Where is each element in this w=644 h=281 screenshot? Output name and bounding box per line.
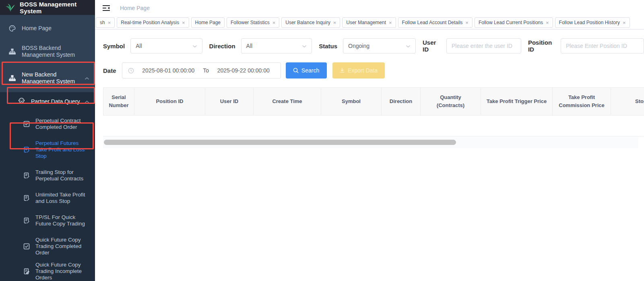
close-icon[interactable]: × xyxy=(623,20,626,25)
table-empty-body xyxy=(103,116,644,136)
partner-data-query-submenu: Partner Data Query Perpetual Contract Co… xyxy=(0,92,95,281)
breadcrumb: Home Page xyxy=(120,5,150,11)
column-header: Stop xyxy=(611,87,644,116)
column-header: Quantity (Contracts) xyxy=(421,87,481,116)
leaf-logo-icon xyxy=(5,3,16,12)
chevron-down-icon xyxy=(192,43,197,49)
date-separator: To xyxy=(203,67,209,74)
sidebar-item-perpetual-contract-completed-order[interactable]: Perpetual Contract Completed Order xyxy=(0,115,95,133)
close-icon[interactable]: × xyxy=(465,20,469,25)
tab-user-balance-inquiry[interactable]: User Balance Inquiry × xyxy=(281,17,340,28)
sidebar-item-label: TP/SL For Quick Future Copy Trading xyxy=(35,214,88,227)
tab-follower-statistics[interactable]: Follower Statistics × xyxy=(227,17,279,28)
position-id-label: Position ID xyxy=(528,39,555,53)
filter-row-1: Symbol All Direction All Status Ongoing xyxy=(103,38,644,54)
column-header: Serial Number xyxy=(103,87,134,116)
sidebar-item-label: Perpetual Futures Take Profit and Loss S… xyxy=(35,140,88,159)
app-title: BOSS Management System xyxy=(20,1,95,14)
main-content: Home Page sh × Real-time Position Analys… xyxy=(95,0,644,281)
sidebar-item-tpsl-quick-future-copy[interactable]: TP/SL For Quick Future Copy Trading xyxy=(0,211,95,230)
horizontal-scrollbar xyxy=(103,136,638,148)
date-label: Date xyxy=(103,67,116,74)
column-header: Direction xyxy=(382,87,421,116)
sidebar-item-new-backend[interactable]: New Backend Management System xyxy=(0,68,95,88)
chevron-down-icon xyxy=(406,43,411,49)
sidebar-item-label: Home Page xyxy=(22,25,83,32)
document-edit-icon xyxy=(23,172,30,179)
sidebar-item-boss-backend[interactable]: BOSS Backend Management System xyxy=(0,41,95,62)
tab-follow-lead-account-details[interactable]: Follow Lead Account Details × xyxy=(398,17,473,28)
user-id-label: User ID xyxy=(423,39,441,53)
column-header: User ID xyxy=(205,87,254,116)
clock-icon xyxy=(128,68,134,74)
sidebar-item-perpetual-futures-tpsl[interactable]: Perpetual Futures Take Profit and Loss S… xyxy=(0,137,95,162)
direction-select[interactable]: All xyxy=(241,38,312,54)
tab-truncated[interactable]: sh × xyxy=(96,17,115,28)
column-header: Create Time xyxy=(254,87,321,116)
user-id-input[interactable] xyxy=(446,38,521,54)
close-icon[interactable]: × xyxy=(333,20,336,25)
status-select[interactable]: Ongoing xyxy=(343,38,416,54)
sitemap-icon xyxy=(9,74,16,82)
position-id-input[interactable] xyxy=(561,38,644,54)
logo-bar: BOSS Management System xyxy=(0,0,95,15)
scrollbar-thumb[interactable] xyxy=(104,140,456,145)
search-icon xyxy=(293,68,299,73)
sidebar-item-unlimited-tpsl[interactable]: Unlimited Take Profit and Loss Stop xyxy=(0,189,95,207)
document-edit-icon xyxy=(23,217,30,224)
column-header: Take Profit Commission Price xyxy=(553,87,611,116)
status-label: Status xyxy=(319,43,337,50)
tab-follow-lead-position-history[interactable]: Follow Lead Position History × xyxy=(555,17,630,28)
sidebar: BOSS Management System Home Page BOSS Ba… xyxy=(0,0,95,281)
column-header: Position ID xyxy=(134,87,205,116)
table-header-row: Serial Number Position ID User ID Create… xyxy=(103,87,644,116)
document-edit-icon xyxy=(23,268,30,275)
robot-icon xyxy=(18,97,25,106)
sidebar-item-label: Quick Future Copy Trading Incomplete Ord… xyxy=(35,262,88,281)
sidebar-item-home-page[interactable]: Home Page xyxy=(0,21,95,36)
search-button[interactable]: Search xyxy=(286,62,327,79)
results-table: Serial Number Position ID User ID Create… xyxy=(103,87,644,148)
close-icon[interactable]: × xyxy=(546,20,549,25)
sidebar-item-label: Quick Future Copy Trading Completed Orde… xyxy=(35,237,88,256)
palette-icon xyxy=(9,25,16,32)
download-icon xyxy=(339,68,345,73)
date-from-value[interactable]: 2025-08-01 00:00:00 xyxy=(137,67,200,74)
sidebar-item-partner-data-query[interactable]: Partner Data Query xyxy=(0,92,95,111)
symbol-label: Symbol xyxy=(103,43,125,50)
export-data-button[interactable]: Export Data xyxy=(332,62,385,79)
date-to-value[interactable]: 2025-09-22 00:00:00 xyxy=(212,67,275,74)
column-header: Symbol xyxy=(321,87,382,116)
close-icon[interactable]: × xyxy=(108,20,111,25)
sidebar-item-label: Partner Data Query xyxy=(31,98,80,105)
sitemap-icon xyxy=(9,48,16,55)
sidebar-item-label: Trailing Stop for Perpetual Contracts xyxy=(35,169,88,182)
date-range-picker[interactable]: 2025-08-01 00:00:00 To 2025-09-22 00:00:… xyxy=(122,62,281,79)
sidebar-item-trailing-stop[interactable]: Trailing Stop for Perpetual Contracts xyxy=(0,166,95,185)
chevron-down-icon xyxy=(302,43,307,49)
tab-home-page[interactable]: Home Page xyxy=(191,17,225,28)
tab-realtime-position-analysis[interactable]: Real-time Position Analysis × xyxy=(117,17,189,28)
document-edit-icon xyxy=(23,147,30,153)
sidebar-item-label: New Backend Management System xyxy=(22,71,83,85)
close-icon[interactable]: × xyxy=(389,20,392,25)
close-icon[interactable]: × xyxy=(182,20,185,25)
sidebar-item-label: BOSS Backend Management System xyxy=(22,45,83,58)
chevron-up-icon xyxy=(85,75,89,81)
close-icon[interactable]: × xyxy=(272,20,276,25)
menu-fold-icon[interactable] xyxy=(102,5,110,11)
sidebar-item-qfc-completed-order[interactable]: Quick Future Copy Trading Completed Orde… xyxy=(0,234,95,259)
chevron-up-icon xyxy=(85,98,89,105)
filter-row-2: Date 2025-08-01 00:00:00 To 2025-09-22 0… xyxy=(103,62,644,79)
document-edit-icon xyxy=(23,195,30,202)
sidebar-item-qfc-incomplete-orders[interactable]: Quick Future Copy Trading Incomplete Ord… xyxy=(0,259,95,281)
topbar: Home Page xyxy=(95,0,644,16)
checkbox-icon xyxy=(23,121,30,128)
tab-user-management[interactable]: User Management × xyxy=(342,17,396,28)
sidebar-item-label: Perpetual Contract Completed Order xyxy=(35,118,88,130)
tab-follow-lead-current-positions[interactable]: Follow Lead Current Positions × xyxy=(475,17,553,28)
sidebar-item-label: Unlimited Take Profit and Loss Stop xyxy=(35,192,88,205)
symbol-select[interactable]: All xyxy=(130,38,202,54)
tabs-bar: sh × Real-time Position Analysis × Home … xyxy=(95,16,644,29)
page-body: Symbol All Direction All Status Ongoing xyxy=(95,29,644,148)
